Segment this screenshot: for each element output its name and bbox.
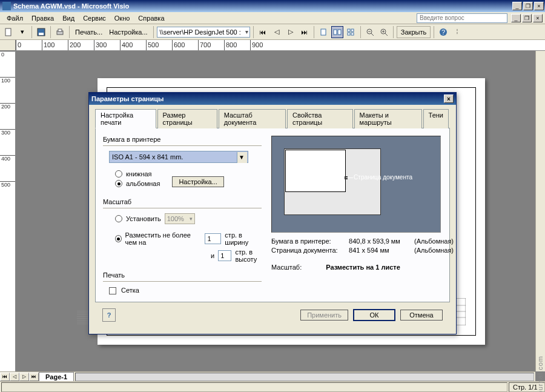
tab-drawing-scale[interactable]: Масштаб документа — [219, 109, 286, 128]
orientation-portrait-row[interactable]: книжная — [115, 170, 160, 178]
zoom-out-icon[interactable] — [364, 26, 376, 38]
scale-set-row[interactable]: Установить 100% — [115, 213, 262, 224]
fit-to-row[interactable]: Разместить не более чем на 1 стр. в шири… — [115, 231, 262, 246]
svg-rect-8 — [348, 29, 350, 32]
scale-percent-combo: 100% — [165, 213, 195, 224]
svg-line-16 — [385, 33, 388, 36]
mdi-restore-button[interactable]: ❐ — [522, 14, 532, 22]
close-preview-button[interactable]: Закрыть — [397, 26, 431, 38]
page-preview: Страница документа — [271, 136, 441, 233]
dialog-help-button[interactable]: ? — [102, 308, 116, 322]
tab-layout-routing[interactable]: Макеты и маршруты — [354, 109, 422, 128]
radio-fit-to[interactable] — [115, 235, 122, 242]
svg-rect-2 — [39, 33, 44, 35]
print-label[interactable]: Печать... — [73, 28, 105, 36]
close-preview-label: Закрыть — [401, 28, 426, 36]
orientation-portrait-label: книжная — [126, 170, 152, 178]
new-icon[interactable] — [2, 26, 15, 38]
fit-across-input[interactable]: 1 — [205, 233, 221, 244]
help-icon[interactable]: ? — [437, 26, 449, 38]
info-page-value: 841 x 594 мм — [349, 247, 409, 254]
next-page-icon[interactable]: ▷ — [285, 26, 297, 38]
svg-rect-5 — [321, 29, 326, 35]
preview-info: Бумага в принтере: 840,8 x 593,9 мм (Аль… — [271, 238, 454, 254]
scrollbar-vertical[interactable] — [535, 51, 545, 371]
setup-label[interactable]: Настройка... — [107, 28, 150, 36]
dialog-close-button[interactable]: × — [444, 95, 454, 103]
save-icon[interactable] — [35, 26, 47, 38]
radio-scale-set[interactable] — [115, 215, 122, 222]
apply-button[interactable]: Применить — [300, 310, 348, 321]
prev-page-icon[interactable]: ◁ — [271, 26, 283, 38]
dialog-button-row: ? Применить ОК Отмена — [95, 302, 450, 328]
zoom-in-icon[interactable] — [378, 26, 390, 38]
menu-edit[interactable]: Правка — [27, 13, 58, 23]
radio-portrait[interactable] — [115, 170, 122, 178]
tab-next-icon[interactable]: ▷ — [19, 373, 29, 381]
svg-rect-4 — [58, 29, 62, 32]
tab-shadows[interactable]: Тени — [423, 109, 449, 128]
printer-setup-button[interactable]: Настройка... — [172, 176, 223, 187]
info-scale-value: Разместить на 1 листе — [326, 264, 400, 271]
last-page-icon[interactable]: ⏭ — [299, 26, 311, 38]
fit-to-label: Разместить не более чем на — [125, 231, 202, 246]
mdi-close-button[interactable]: × — [533, 14, 543, 22]
one-page-icon[interactable] — [317, 26, 329, 38]
tab-print-setup[interactable]: Настройка печати — [95, 109, 156, 128]
preview-label: Страница документа — [354, 174, 412, 181]
paper-size-combo[interactable]: ISO A1 - 594 x 841 mm. ▼ — [109, 151, 248, 163]
fit-down-prefix: и — [211, 252, 214, 259]
paper-section-label: Бумага в принтере — [103, 136, 262, 143]
orientation-landscape-label: альбомная — [126, 180, 160, 187]
info-paper-value: 840,8 x 593,9 мм — [349, 238, 409, 245]
radio-landscape[interactable] — [115, 180, 122, 187]
printer-combo-value: \\server\HP DesignJet 500 : — [160, 28, 241, 36]
svg-rect-9 — [351, 29, 354, 32]
scrollbar-horizontal[interactable] — [75, 373, 534, 381]
fit-down-input[interactable]: 1 — [218, 250, 231, 261]
mdi-controls: _ ❐ × — [511, 14, 543, 22]
statusbar: Стр. 1/1 — [0, 381, 545, 392]
tab-content: Бумага в принтере ISO A1 - 594 x 841 mm.… — [95, 128, 450, 302]
tab-last-icon[interactable]: ⏭ — [29, 373, 39, 381]
tab-page-properties[interactable]: Свойства страницы — [287, 109, 353, 128]
menu-help[interactable]: Справка — [134, 13, 168, 23]
two-page-icon[interactable] — [331, 26, 343, 38]
scale-section-label: Масштаб — [103, 198, 262, 205]
close-button[interactable]: × — [534, 2, 544, 10]
multi-page-icon[interactable] — [345, 26, 357, 38]
menu-service[interactable]: Сервис — [79, 13, 110, 23]
grid-checkbox-label: Сетка — [121, 287, 139, 294]
mdi-minimize-button[interactable]: _ — [511, 14, 521, 22]
printer-combo[interactable]: \\server\HP DesignJet 500 : — [157, 27, 250, 38]
help-question-input[interactable] — [417, 13, 507, 23]
info-paper-orient: (Альбомная) — [414, 238, 454, 245]
visio-app-icon — [2, 2, 11, 10]
dialog-titlebar[interactable]: Параметры страницы × — [89, 93, 456, 105]
menu-file[interactable]: Файл — [2, 13, 27, 23]
grid-checkbox-row[interactable]: Сетка — [109, 287, 139, 294]
tab-prev-icon[interactable]: ◁ — [10, 373, 19, 381]
restore-button[interactable]: ❐ — [523, 2, 533, 10]
menu-window[interactable]: Окно — [110, 13, 134, 23]
info-scale-label: Масштаб: — [271, 264, 302, 271]
toolbar-options-icon[interactable]: ⦙ — [451, 26, 463, 38]
status-message — [1, 382, 507, 392]
window-title: Schema AGWM.vsd - Microsoft Visio — [13, 2, 512, 10]
fit-across-suffix: стр. в ширину — [225, 231, 262, 246]
print-icon[interactable] — [54, 26, 66, 38]
orientation-landscape-row[interactable]: альбомная — [115, 180, 160, 187]
tab-first-icon[interactable]: ⏮ — [0, 373, 10, 381]
tab-page-size[interactable]: Размер страницы — [157, 109, 217, 128]
ok-button[interactable]: ОК — [353, 309, 395, 321]
dropdown-icon[interactable]: ▾ — [16, 26, 28, 38]
menu-view[interactable]: Вид — [58, 13, 79, 23]
grid-checkbox[interactable] — [109, 287, 116, 294]
scale-set-label: Установить — [126, 215, 161, 222]
minimize-button[interactable]: _ — [512, 2, 522, 10]
ruler-vertical: 0 100 200 300 400 500 — [0, 51, 16, 371]
first-page-icon[interactable]: ⏮ — [257, 26, 269, 38]
cancel-button[interactable]: Отмена — [400, 310, 443, 321]
sheet-tab[interactable]: Page-1 — [39, 372, 74, 382]
help-question-box — [417, 13, 507, 23]
